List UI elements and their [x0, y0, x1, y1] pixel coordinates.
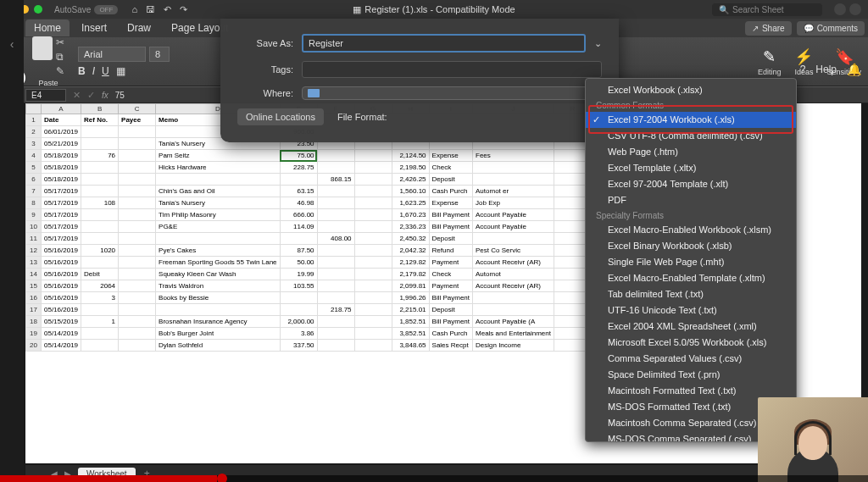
cell[interactable] — [119, 197, 156, 209]
cell[interactable]: 3,852.51 — [392, 328, 429, 340]
cell[interactable]: 2,099.81 — [392, 280, 429, 292]
cell[interactable] — [317, 186, 354, 197]
cell[interactable]: 1,996.26 — [392, 292, 429, 304]
cell[interactable]: Account Payable (A — [473, 316, 554, 328]
cell[interactable]: 2,042.32 — [392, 245, 429, 257]
cell[interactable]: Account Payable — [473, 221, 554, 233]
cell[interactable]: Debit — [81, 269, 119, 280]
cell[interactable]: Books by Bessie — [156, 292, 281, 304]
column-header[interactable]: B — [81, 104, 119, 114]
online-locations-button[interactable]: Online Locations — [237, 108, 324, 125]
cell[interactable] — [354, 209, 392, 221]
cell[interactable] — [473, 304, 554, 316]
row-header[interactable]: 19 — [26, 328, 42, 340]
cell[interactable]: 05/17/2019 — [42, 221, 81, 233]
row-header[interactable]: 6 — [26, 174, 42, 186]
cell[interactable]: Expense — [429, 150, 472, 162]
cell[interactable] — [473, 233, 554, 245]
cell[interactable]: Check — [429, 162, 472, 174]
cell[interactable]: Pest Co Servic — [473, 245, 554, 257]
zoom-icon[interactable] — [34, 5, 42, 14]
cell[interactable] — [156, 174, 281, 186]
cell[interactable]: 05/21/2019 — [42, 138, 81, 150]
cell[interactable]: Bill Payment — [429, 316, 472, 328]
cell[interactable]: Fees — [473, 150, 554, 162]
cell[interactable] — [156, 233, 281, 245]
cell[interactable]: 05/17/2019 — [42, 233, 81, 245]
cell[interactable]: 1020 — [81, 245, 119, 257]
cell[interactable] — [317, 280, 354, 292]
cell[interactable] — [119, 233, 156, 245]
format-option[interactable]: Single File Web Page (.mht) — [586, 254, 796, 270]
column-header[interactable]: A — [42, 104, 81, 114]
row-header[interactable]: 20 — [26, 340, 42, 352]
cell[interactable] — [119, 257, 156, 269]
cell[interactable] — [119, 209, 156, 221]
cell[interactable]: 2,124.50 — [392, 150, 429, 162]
format-option[interactable]: Excel Macro-Enabled Workbook (.xlsm) — [586, 222, 796, 238]
row-header[interactable]: 10 — [26, 221, 42, 233]
cell[interactable]: 05/17/2019 — [42, 209, 81, 221]
cell[interactable] — [119, 150, 156, 162]
cell[interactable]: 19.99 — [280, 269, 317, 280]
where-folder-select[interactable] — [302, 86, 602, 100]
row-header[interactable]: 14 — [26, 269, 42, 280]
cell[interactable]: 46.98 — [280, 197, 317, 209]
cell[interactable] — [119, 221, 156, 233]
cell[interactable]: 1,623.25 — [392, 197, 429, 209]
font-name-select[interactable]: Arial — [78, 47, 146, 62]
cell[interactable]: 06/01/2019 — [42, 126, 81, 138]
confirm-formula-icon[interactable]: ✓ — [87, 90, 95, 101]
cell[interactable] — [81, 174, 119, 186]
autosave-toggle[interactable]: OFF — [94, 5, 118, 14]
cell[interactable] — [354, 186, 392, 197]
cell[interactable]: 1,852.51 — [392, 316, 429, 328]
cell[interactable] — [280, 292, 317, 304]
cell[interactable]: 05/17/2019 — [42, 197, 81, 209]
cell[interactable]: 2,179.82 — [392, 269, 429, 280]
cell[interactable]: 63.15 — [280, 186, 317, 197]
cell[interactable]: 76 — [81, 150, 119, 162]
cell[interactable] — [473, 162, 554, 174]
cell[interactable]: Automot — [473, 269, 554, 280]
row-header[interactable]: 3 — [26, 138, 42, 150]
paste-button[interactable]: ✂ ⧉ ✎ Paste — [32, 36, 64, 87]
cell[interactable] — [119, 340, 156, 352]
cell[interactable]: 2,450.32 — [392, 233, 429, 245]
cell[interactable]: 666.00 — [280, 209, 317, 221]
cell[interactable]: Hicks Hardware — [156, 162, 281, 174]
cell[interactable] — [317, 269, 354, 280]
video-progress-bar[interactable] — [0, 475, 868, 482]
comments-button[interactable]: 💬Comments — [797, 21, 865, 36]
format-option[interactable]: Excel 2004 XML Spreadsheet (.xml) — [586, 319, 796, 335]
cell[interactable]: Automot er — [473, 186, 554, 197]
cell[interactable]: 05/16/2019 — [42, 245, 81, 257]
row-header[interactable]: 8 — [26, 197, 42, 209]
cell[interactable]: Deposit — [429, 304, 472, 316]
cell[interactable]: Travis Waldron — [156, 280, 281, 292]
cell[interactable] — [317, 316, 354, 328]
help-question-icon[interactable]: ? — [800, 64, 806, 75]
row-header[interactable]: 13 — [26, 257, 42, 269]
cell[interactable]: 05/15/2019 — [42, 316, 81, 328]
cell[interactable]: 114.09 — [280, 221, 317, 233]
save-icon[interactable]: 🖫 — [146, 4, 155, 15]
cell[interactable] — [119, 174, 156, 186]
cell[interactable]: Cash Purch — [429, 328, 472, 340]
cell[interactable]: Tim Philip Masonry — [156, 209, 281, 221]
cell[interactable] — [81, 221, 119, 233]
cell[interactable] — [354, 162, 392, 174]
cell[interactable] — [119, 292, 156, 304]
format-option[interactable]: Excel Macro-Enabled Template (.xltm) — [586, 270, 796, 286]
cell[interactable] — [81, 186, 119, 197]
row-header[interactable]: 12 — [26, 245, 42, 257]
cut-icon[interactable]: ✂ — [56, 36, 64, 48]
copy-icon[interactable]: ⧉ — [56, 51, 64, 63]
cell[interactable] — [119, 162, 156, 174]
format-option[interactable]: Microsoft Excel 5.0/95 Workbook (.xls) — [586, 335, 796, 351]
expand-dialog-icon[interactable]: ⌄ — [594, 38, 602, 49]
bold-button[interactable]: B — [78, 65, 86, 77]
format-option[interactable]: Excel Workbook (.xlsx) — [586, 82, 796, 98]
cell[interactable] — [354, 245, 392, 257]
format-option[interactable]: PDF — [586, 192, 796, 208]
